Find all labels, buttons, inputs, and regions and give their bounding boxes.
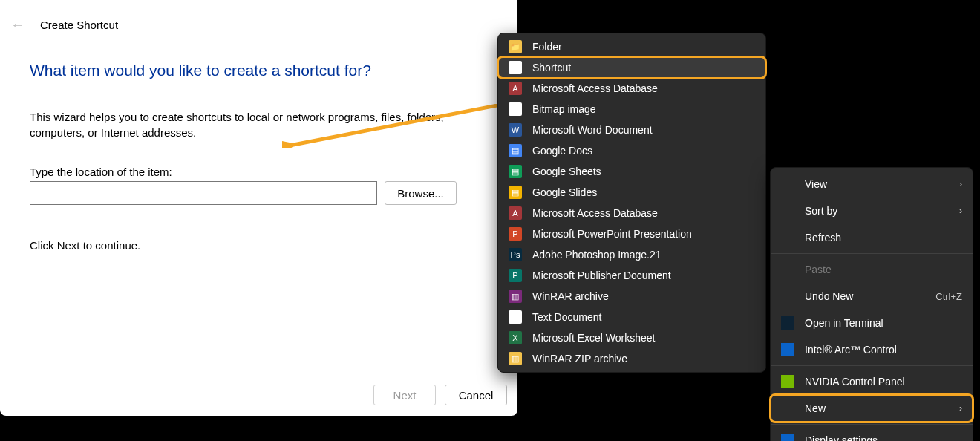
context-menu-item-undo-new[interactable]: Undo NewCtrl+Z — [771, 283, 973, 310]
blank-icon — [781, 231, 794, 244]
context-menu-item-label: Undo New — [805, 290, 925, 302]
context-menu-item-paste: Paste — [771, 256, 973, 283]
zip-icon: ▥ — [509, 352, 522, 365]
word-icon: W — [509, 123, 522, 137]
new-submenu-item-ppt[interactable]: PMicrosoft PowerPoint Presentation — [498, 223, 765, 244]
context-menu-item-label: Sort by — [805, 205, 949, 217]
gslides-icon: ▤ — [509, 186, 522, 199]
wizard-title-small: Create Shortcut — [40, 19, 118, 31]
context-menu-item-label: View — [805, 178, 949, 190]
context-menu-item-label: Open in Terminal — [805, 317, 962, 329]
new-submenu-item-winrar[interactable]: ▥WinRAR archive — [498, 286, 765, 307]
shortcut-icon: ↗ — [509, 61, 522, 74]
gdocs-icon: ▤ — [509, 144, 522, 157]
context-menu-item-label: Refresh — [805, 232, 962, 244]
context-menu-separator — [771, 424, 973, 425]
new-submenu-item-label: Adobe Photoshop Image.21 — [532, 249, 662, 261]
new-submenu-item-ps[interactable]: PsAdobe Photoshop Image.21 — [498, 244, 765, 265]
new-submenu-item-gsheets[interactable]: ▤Google Sheets — [498, 161, 765, 182]
pub-icon: P — [509, 269, 522, 282]
new-submenu-item-label: WinRAR ZIP archive — [532, 353, 627, 365]
new-submenu-item-label: Microsoft Publisher Document — [532, 270, 671, 281]
new-submenu-item-label: Bitmap image — [532, 103, 596, 115]
new-submenu-item-access[interactable]: AMicrosoft Access Database — [498, 78, 765, 99]
chevron-right-icon: › — [959, 403, 962, 414]
new-submenu-item-label: Text Document — [532, 311, 601, 323]
context-menu-item-display-settings[interactable]: Display settings — [771, 427, 973, 441]
display-icon — [781, 434, 794, 441]
new-submenu-item-label: WinRAR archive — [532, 290, 609, 302]
context-menu-accelerator: Ctrl+Z — [935, 291, 962, 302]
context-menu-item-view[interactable]: View› — [771, 171, 973, 197]
context-menu-item-new[interactable]: New› — [771, 395, 973, 422]
desktop-context-menu: View›Sort by›RefreshPasteUndo NewCtrl+ZO… — [770, 167, 973, 441]
context-menu-item-label: Display settings — [805, 434, 962, 441]
new-submenu-item-excel[interactable]: XMicrosoft Excel Worksheet — [498, 327, 765, 348]
context-menu-item-refresh[interactable]: Refresh — [771, 224, 973, 251]
gsheets-icon: ▤ — [509, 165, 522, 178]
context-menu-separator — [771, 365, 973, 366]
context-menu-item-intel-arc-control[interactable]: Intel® Arc™ Control — [771, 336, 973, 363]
bitmap-icon: ▦ — [509, 102, 522, 116]
new-submenu-item-label: Microsoft Access Database — [532, 207, 658, 219]
blank-icon — [781, 177, 794, 191]
context-menu-item-label: NVIDIA Control Panel — [805, 376, 962, 388]
next-button: Next — [373, 385, 436, 405]
location-field-label: Type the location of the item: — [30, 166, 488, 178]
wizard-heading: What item would you like to create a sho… — [30, 62, 488, 79]
new-submenu-item-pub[interactable]: PMicrosoft Publisher Document — [498, 265, 765, 286]
new-submenu-item-shortcut[interactable]: ↗Shortcut — [498, 57, 765, 78]
chevron-right-icon: › — [959, 206, 962, 216]
new-submenu-item-word[interactable]: WMicrosoft Word Document — [498, 120, 765, 140]
wizard-description: This wizard helps you to create shortcut… — [30, 109, 445, 140]
new-submenu-item-label: Google Sheets — [532, 166, 601, 177]
chevron-right-icon: › — [959, 179, 962, 189]
context-menu-separator — [771, 253, 973, 254]
context-menu-item-sort-by[interactable]: Sort by› — [771, 197, 973, 224]
context-menu-item-label: Paste — [805, 264, 962, 275]
new-submenu-item-label: Folder — [532, 41, 562, 53]
new-submenu-item-label: Microsoft Access Database — [532, 82, 658, 94]
new-submenu: 📁Folder↗ShortcutAMicrosoft Access Databa… — [497, 33, 766, 373]
new-submenu-item-label: Microsoft Excel Worksheet — [532, 332, 655, 344]
new-submenu-item-label: Shortcut — [532, 62, 571, 74]
access2-icon: A — [509, 206, 522, 220]
new-submenu-item-label: Google Slides — [532, 186, 597, 198]
back-arrow-icon[interactable]: ← — [10, 16, 25, 33]
location-input[interactable] — [30, 181, 377, 205]
context-menu-item-label: Intel® Arc™ Control — [805, 344, 962, 356]
nvidia-icon — [781, 375, 794, 388]
access-icon: A — [509, 82, 522, 95]
new-submenu-item-folder[interactable]: 📁Folder — [498, 36, 765, 57]
browse-button[interactable]: Browse... — [385, 181, 457, 205]
ps-icon: Ps — [509, 248, 522, 261]
new-submenu-item-label: Microsoft PowerPoint Presentation — [532, 228, 692, 240]
context-menu-item-open-in-terminal[interactable]: Open in Terminal — [771, 310, 973, 336]
context-menu-item-nvidia-control-panel[interactable]: NVIDIA Control Panel — [771, 368, 973, 395]
new-submenu-item-gslides[interactable]: ▤Google Slides — [498, 182, 765, 203]
context-menu-item-label: New — [805, 402, 949, 414]
blank-icon — [781, 263, 794, 276]
new-submenu-item-gdocs[interactable]: ▤Google Docs — [498, 140, 765, 161]
folder-icon: 📁 — [509, 40, 522, 53]
terminal-icon — [781, 316, 794, 330]
blank-icon — [781, 402, 794, 415]
new-submenu-item-bitmap[interactable]: ▦Bitmap image — [498, 99, 765, 120]
arc-icon — [781, 343, 794, 356]
continue-hint: Click Next to continue. — [30, 239, 488, 252]
txt-icon: ≡ — [509, 310, 522, 324]
new-submenu-item-label: Google Docs — [532, 145, 592, 157]
excel-icon: X — [509, 331, 522, 344]
new-submenu-item-access2[interactable]: AMicrosoft Access Database — [498, 203, 765, 223]
create-shortcut-wizard: ← Create Shortcut What item would you li… — [0, 0, 517, 416]
new-submenu-item-txt[interactable]: ≡Text Document — [498, 307, 765, 327]
winrar-icon: ▥ — [509, 290, 522, 303]
ppt-icon: P — [509, 227, 522, 241]
new-submenu-item-label: Microsoft Word Document — [532, 124, 653, 136]
blank-icon — [781, 204, 794, 218]
cancel-button[interactable]: Cancel — [445, 385, 507, 405]
blank-icon — [781, 290, 794, 303]
new-submenu-item-zip[interactable]: ▥WinRAR ZIP archive — [498, 348, 765, 369]
